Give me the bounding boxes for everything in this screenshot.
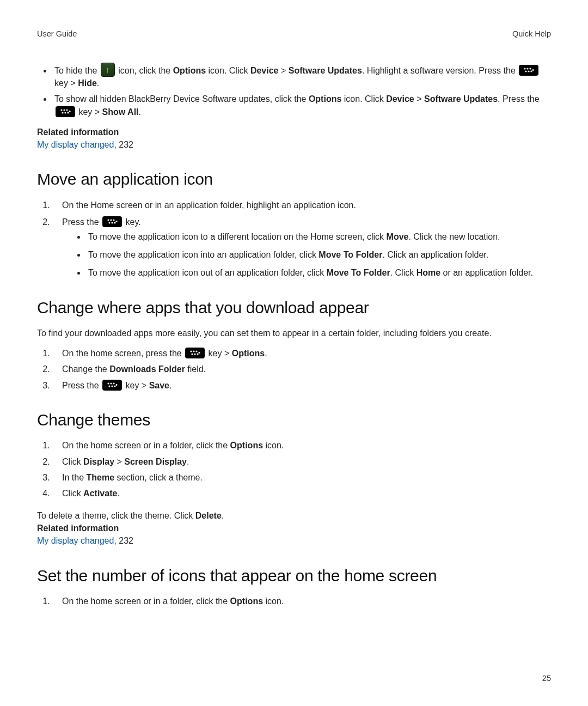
related-link-my-display-changed[interactable]: My display changed, — [37, 140, 117, 149]
svg-point-33 — [114, 385, 115, 387]
text: On the home screen or in a folder, click… — [62, 441, 230, 450]
svg-point-28 — [107, 382, 109, 384]
svg-point-13 — [69, 110, 70, 112]
svg-point-17 — [108, 222, 110, 223]
related-line: My display changed, 232 — [37, 534, 551, 547]
move-bold: Move — [387, 232, 409, 241]
text: . — [187, 457, 189, 466]
text: Press the — [62, 381, 101, 390]
text: In the — [62, 473, 86, 482]
download-intro: To find your downloaded apps more easily… — [37, 327, 551, 339]
svg-point-24 — [192, 354, 193, 355]
text: . — [169, 381, 171, 390]
software-updates-bold: Software Updates — [424, 94, 498, 104]
svg-point-20 — [115, 221, 117, 222]
svg-point-15 — [110, 219, 112, 221]
bb-key-icon — [102, 380, 122, 391]
svg-point-2 — [530, 68, 531, 69]
text: . — [139, 107, 141, 117]
download-steps: On the home screen, press the key > Opti… — [37, 347, 551, 392]
bb-key-icon — [519, 65, 538, 76]
related-information: Related information My display changed, … — [37, 126, 551, 151]
svg-point-18 — [111, 222, 113, 223]
text: icon. — [263, 441, 284, 450]
svg-point-3 — [525, 70, 527, 72]
heading-download-location: Change where apps that you download appe… — [37, 296, 551, 320]
related-line: My display changed, 232 — [37, 138, 551, 151]
screen-display-bold: Screen Display — [124, 457, 187, 466]
heading-set-icon-count: Set the number of icons that appear on t… — [37, 564, 551, 588]
related-link-my-display-changed[interactable]: My display changed, — [37, 536, 117, 545]
text: icon, click the — [118, 66, 173, 75]
options-bold: Options — [230, 441, 263, 450]
page: User Guide Quick Help To hide the icon, … — [0, 0, 588, 706]
related-page-ref: 232 — [117, 140, 133, 149]
text: . — [117, 489, 119, 498]
svg-point-5 — [531, 70, 532, 72]
text: . — [222, 511, 224, 520]
svg-point-29 — [110, 382, 112, 384]
save-bold: Save — [149, 381, 169, 390]
text: field. — [185, 364, 206, 374]
bb-key-icon — [185, 348, 205, 358]
download-step-2: Change the Downloads Folder field. — [52, 363, 551, 375]
device-bold: Device — [250, 66, 279, 75]
themes-step-4: Click Activate. — [52, 487, 551, 500]
text: On the home screen, press the — [62, 349, 184, 358]
svg-point-34 — [115, 384, 117, 386]
header-left: User Guide — [37, 28, 77, 40]
svg-point-31 — [108, 385, 110, 387]
move-sub-bullets: To move the application icon to a differ… — [62, 230, 551, 279]
themes-step-2: Click Display > Screen Display. — [52, 455, 551, 468]
heading-change-themes: Change themes — [37, 408, 551, 432]
svg-point-6 — [532, 69, 534, 71]
themes-step-1: On the home screen or in a folder, click… — [52, 439, 551, 452]
text: To hide the — [54, 66, 100, 75]
svg-point-14 — [107, 219, 109, 221]
svg-point-19 — [114, 222, 115, 223]
activate-bold: Activate — [83, 489, 117, 498]
svg-point-4 — [528, 70, 530, 72]
svg-point-12 — [67, 112, 69, 113]
move-to-folder-bold: Move To Folder — [318, 250, 382, 259]
hide-bold: Hide — [78, 78, 97, 88]
text: Click — [62, 489, 83, 498]
page-number: 25 — [542, 673, 551, 684]
bb-key-icon — [102, 216, 122, 227]
text: . Click — [390, 268, 416, 277]
download-step-1: On the home screen, press the key > Opti… — [52, 347, 551, 360]
display-bold: Display — [83, 457, 114, 466]
svg-point-0 — [524, 68, 526, 69]
svg-point-7 — [60, 109, 62, 111]
svg-point-9 — [66, 109, 68, 111]
options-bold: Options — [173, 66, 206, 75]
svg-point-27 — [199, 352, 200, 354]
software-updates-bold: Software Updates — [289, 66, 362, 75]
text: key. — [125, 217, 140, 227]
svg-point-1 — [527, 68, 529, 69]
text: . Highlight a software version. Press th… — [362, 66, 518, 75]
svg-point-32 — [111, 385, 113, 387]
delete-bold: Delete — [195, 511, 222, 520]
move-sub-3: To move the application icon out of an a… — [86, 266, 551, 279]
text: . Click the new location. — [408, 232, 500, 241]
text: key > — [125, 381, 149, 390]
device-bold: Device — [386, 94, 414, 104]
text: key > — [54, 78, 78, 88]
text: On the home screen or in a folder, click… — [62, 597, 230, 606]
options-bold: Options — [309, 94, 341, 104]
related-title: Related information — [37, 522, 551, 534]
text: key > — [209, 349, 232, 358]
delete-theme-note: To delete a theme, click the theme. Clic… — [37, 509, 551, 522]
text: key > — [78, 107, 102, 117]
download-step-3: Press the key > Save. — [52, 379, 551, 392]
options-bold: Options — [230, 597, 263, 606]
move-sub-1: To move the application icon to a differ… — [86, 230, 551, 243]
theme-bold: Theme — [86, 473, 114, 482]
text: . — [265, 349, 267, 358]
text: icon. — [263, 597, 284, 606]
move-steps: On the Home screen or in an application … — [37, 199, 551, 279]
svg-point-10 — [62, 112, 63, 113]
svg-point-21 — [191, 351, 192, 352]
home-bold: Home — [416, 268, 440, 277]
